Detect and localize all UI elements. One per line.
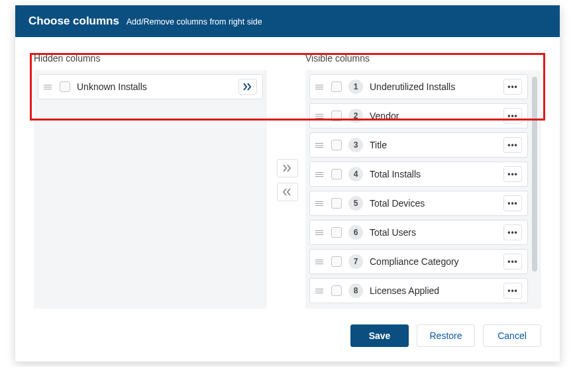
column-label: Total Installs <box>370 169 503 179</box>
list-item[interactable]: Unknown Installs <box>38 74 263 99</box>
list-item[interactable]: 6 Total Users ••• <box>309 220 528 245</box>
visible-columns-container: 1 Underutilized Installs ••• 2 Vendor ••… <box>305 70 541 309</box>
order-badge: 5 <box>348 196 363 211</box>
double-chevron-right-icon <box>283 164 292 172</box>
drag-handle-icon[interactable] <box>315 172 323 177</box>
move-all-left-button[interactable] <box>277 183 298 201</box>
modal-footer: Save Restore Cancel <box>15 315 560 362</box>
row-menu-button[interactable]: ••• <box>503 254 522 270</box>
kebab-icon: ••• <box>507 140 518 150</box>
row-menu-button[interactable]: ••• <box>503 79 522 95</box>
column-label: Compliance Category <box>370 256 503 267</box>
row-checkbox[interactable] <box>331 169 342 179</box>
visible-columns-title: Visible columns <box>305 53 541 64</box>
order-badge: 3 <box>348 138 363 152</box>
hidden-columns-panel: Hidden columns Unknown Installs <box>34 53 270 309</box>
order-badge: 4 <box>348 167 363 181</box>
order-badge: 2 <box>348 109 363 123</box>
modal-subtitle: Add/Remove columns from right side <box>127 17 262 26</box>
column-label: Licenses Applied <box>370 285 503 296</box>
order-badge: 1 <box>348 79 363 94</box>
column-label: Title <box>370 140 503 150</box>
order-badge: 6 <box>348 225 363 240</box>
list-item[interactable]: 8 Licenses Applied ••• <box>309 278 528 303</box>
double-chevron-right-icon <box>243 83 252 91</box>
list-item[interactable]: 1 Underutilized Installs ••• <box>309 74 528 99</box>
row-menu-button[interactable]: ••• <box>503 224 522 240</box>
modal-header: Choose columns Add/Remove columns from r… <box>15 5 560 37</box>
kebab-icon: ••• <box>507 228 518 237</box>
drag-handle-icon[interactable] <box>315 85 323 89</box>
drag-handle-icon[interactable] <box>315 289 323 293</box>
drag-handle-icon[interactable] <box>315 230 323 235</box>
column-label: Total Devices <box>370 198 503 209</box>
row-checkbox[interactable] <box>331 198 342 209</box>
modal-body: Hidden columns Unknown Installs <box>15 37 560 315</box>
row-menu-button[interactable]: ••• <box>503 166 522 182</box>
double-chevron-left-icon <box>283 188 292 196</box>
list-item[interactable]: 7 Compliance Category ••• <box>309 249 528 274</box>
row-menu-button[interactable]: ••• <box>503 137 522 153</box>
column-label: Vendor <box>370 111 503 121</box>
visible-columns-panel: Visible columns 1 Underutilized Installs… <box>305 53 541 309</box>
order-badge: 8 <box>348 283 363 298</box>
row-checkbox[interactable] <box>331 285 342 296</box>
row-checkbox[interactable] <box>331 81 342 92</box>
drag-handle-icon[interactable] <box>44 85 52 89</box>
drag-handle-icon[interactable] <box>315 260 323 264</box>
row-checkbox[interactable] <box>60 81 70 92</box>
kebab-icon: ••• <box>507 199 518 208</box>
drag-handle-icon[interactable] <box>315 143 323 148</box>
row-checkbox[interactable] <box>331 256 342 267</box>
kebab-icon: ••• <box>507 257 518 266</box>
row-checkbox[interactable] <box>331 111 342 121</box>
cancel-button[interactable]: Cancel <box>483 324 541 347</box>
scrollbar-thumb[interactable] <box>532 77 537 271</box>
order-badge: 7 <box>348 254 363 269</box>
transfer-controls <box>270 53 305 201</box>
move-right-button[interactable] <box>238 79 257 95</box>
kebab-icon: ••• <box>507 111 518 121</box>
column-label: Unknown Installs <box>77 81 238 92</box>
move-all-right-button[interactable] <box>277 159 298 177</box>
drag-handle-icon[interactable] <box>315 201 323 206</box>
list-item[interactable]: 5 Total Devices ••• <box>309 191 528 216</box>
visible-columns-list: 1 Underutilized Installs ••• 2 Vendor ••… <box>309 74 529 305</box>
modal-title: Choose columns <box>28 15 119 27</box>
row-menu-button[interactable]: ••• <box>503 108 522 124</box>
row-menu-button[interactable]: ••• <box>503 195 522 211</box>
column-label: Underutilized Installs <box>370 81 503 92</box>
kebab-icon: ••• <box>507 286 518 295</box>
restore-button[interactable]: Restore <box>417 324 475 347</box>
row-checkbox[interactable] <box>331 140 342 150</box>
row-menu-button[interactable]: ••• <box>503 283 522 299</box>
choose-columns-modal: Choose columns Add/Remove columns from r… <box>15 5 560 362</box>
column-label: Total Users <box>370 227 503 238</box>
save-button[interactable]: Save <box>350 324 409 347</box>
kebab-icon: ••• <box>507 82 518 91</box>
hidden-columns-title: Hidden columns <box>34 53 270 64</box>
row-checkbox[interactable] <box>331 227 342 238</box>
drag-handle-icon[interactable] <box>315 114 323 119</box>
scrollbar[interactable] <box>532 74 537 305</box>
kebab-icon: ••• <box>507 170 518 179</box>
list-item[interactable]: 2 Vendor ••• <box>309 103 528 128</box>
list-item[interactable]: 4 Total Installs ••• <box>309 162 528 187</box>
list-item[interactable]: 3 Title ••• <box>309 132 528 158</box>
hidden-columns-list: Unknown Installs <box>34 70 267 309</box>
